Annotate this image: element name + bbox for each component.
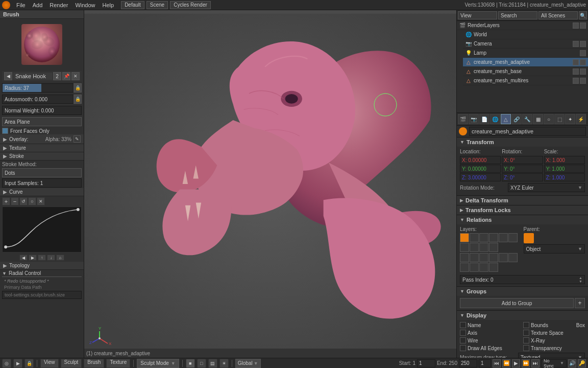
bb-view-menu[interactable]: View bbox=[40, 359, 59, 368]
props-tab-texture[interactable]: ⬚ bbox=[554, 114, 565, 124]
display-axis-check[interactable] bbox=[460, 330, 466, 336]
transform-locks-header[interactable]: ▶ Transform Locks bbox=[457, 205, 588, 215]
groups-header[interactable]: ▼ Groups bbox=[457, 287, 588, 296]
outliner-item-renderlayers[interactable]: 🎬 RenderLayers bbox=[457, 21, 588, 30]
props-tab-world[interactable]: 🌐 bbox=[490, 114, 500, 124]
layer-20[interactable] bbox=[489, 263, 498, 272]
layer-19[interactable] bbox=[479, 263, 488, 272]
jump-end-btn[interactable]: ⏭ bbox=[531, 359, 540, 367]
layer-7[interactable] bbox=[460, 243, 469, 252]
layer-6[interactable] bbox=[508, 233, 518, 242]
sync-select[interactable]: No Sync ▼ bbox=[541, 359, 567, 367]
renderlayers-lock[interactable] bbox=[580, 22, 586, 29]
view-btn[interactable]: View bbox=[458, 11, 497, 19]
scroll-left-btn[interactable]: ◀ bbox=[19, 255, 28, 261]
loc-x-field[interactable]: X: 0.00000 bbox=[460, 156, 501, 164]
prev-frame-btn[interactable]: ⏪ bbox=[502, 359, 510, 367]
mesh-adaptive-eye[interactable] bbox=[573, 59, 579, 65]
props-tab-physics[interactable]: ⚡ bbox=[576, 114, 586, 124]
brush-close-btn[interactable]: ✕ bbox=[71, 72, 80, 80]
display-header[interactable]: ▼ Display bbox=[457, 311, 588, 320]
lamp-eye[interactable] bbox=[580, 50, 586, 56]
layer-2[interactable] bbox=[470, 233, 479, 242]
display-xray-check[interactable] bbox=[523, 337, 529, 343]
all-scenes-btn[interactable]: All Scenes bbox=[538, 11, 578, 19]
texture-shading-btn[interactable]: ▤ bbox=[208, 359, 217, 368]
global-select[interactable]: Global ▼ bbox=[235, 359, 261, 368]
rendered-shading-btn[interactable]: ☀ bbox=[219, 359, 229, 368]
props-tab-constraints[interactable]: 🔗 bbox=[511, 114, 522, 124]
search-btn[interactable]: Search bbox=[498, 11, 537, 19]
mesh-base-settings[interactable] bbox=[580, 68, 586, 75]
curve-close-btn[interactable]: ✕ bbox=[37, 197, 45, 205]
layer-3[interactable] bbox=[479, 233, 488, 242]
layer-17[interactable] bbox=[460, 263, 469, 272]
curve-section-title[interactable]: ▶ Curve bbox=[0, 188, 84, 196]
camera-eye[interactable] bbox=[573, 41, 579, 47]
props-tab-data[interactable]: ▦ bbox=[533, 114, 543, 124]
autosmooth-lock-btn[interactable]: 🔒 bbox=[74, 95, 82, 104]
rotation-mode-select[interactable]: XYZ Euler ▼ bbox=[508, 183, 585, 192]
scale-x-field[interactable]: X: 1.000 bbox=[544, 156, 585, 164]
solid-shading-btn[interactable]: ■ bbox=[186, 359, 195, 368]
bb-icon-3[interactable]: 🔒 bbox=[24, 359, 34, 368]
layer-15[interactable] bbox=[499, 253, 508, 262]
object-name-field[interactable]: creature_mesh_adaptive bbox=[469, 127, 586, 136]
loc-y-field[interactable]: Y: 0.00000 bbox=[460, 165, 501, 173]
texture-section-title[interactable]: ▶ Texture bbox=[0, 144, 84, 152]
layer-16[interactable] bbox=[508, 253, 518, 262]
bb-sculpt-menu[interactable]: Sculpt bbox=[61, 359, 82, 368]
scroll-up-btn[interactable]: ↑ bbox=[38, 255, 46, 261]
scale-y-field[interactable]: Y: 1.000 bbox=[544, 165, 585, 173]
play-btn[interactable]: ▶ bbox=[512, 359, 520, 367]
display-texspace-check[interactable] bbox=[523, 330, 529, 336]
layer-9[interactable] bbox=[479, 243, 488, 252]
delta-transform-header[interactable]: ▶ Delta Transform bbox=[457, 196, 588, 205]
menu-window[interactable]: Window bbox=[72, 2, 98, 9]
scroll-right-btn[interactable]: ▶ bbox=[29, 255, 37, 261]
renderlayers-eye[interactable] bbox=[573, 22, 579, 29]
layer-1[interactable] bbox=[460, 233, 469, 242]
menu-add[interactable]: Add bbox=[30, 2, 46, 9]
layer-18[interactable] bbox=[470, 263, 479, 272]
brush-prev-btn[interactable]: ◀ bbox=[4, 72, 12, 80]
display-transparency-check[interactable] bbox=[523, 345, 529, 351]
rot-z-field[interactable]: Z: 0° bbox=[502, 173, 543, 181]
autosmooth-slider[interactable]: Autosmooth: 0.000 bbox=[2, 95, 74, 104]
curve-remove-btn[interactable]: − bbox=[11, 197, 19, 205]
props-tab-object[interactable]: △ bbox=[501, 114, 511, 124]
outliner-item-mesh-base[interactable]: △ creature_mesh_base bbox=[463, 67, 588, 76]
layer-8[interactable] bbox=[470, 243, 479, 252]
stroke-section-title[interactable]: ▶ Stroke bbox=[0, 152, 84, 160]
layout-selector[interactable]: Default bbox=[121, 1, 144, 9]
area-plane-select[interactable]: Area Plane bbox=[2, 117, 82, 126]
brush-pin-btn[interactable]: 📌 bbox=[62, 72, 70, 80]
curve-circle-btn[interactable]: ○ bbox=[28, 197, 36, 205]
outliner-filter-btn[interactable]: 🔍 bbox=[579, 11, 587, 19]
display-drawedges-check[interactable] bbox=[460, 345, 466, 351]
menu-file[interactable]: File bbox=[13, 2, 29, 9]
layer-11[interactable] bbox=[460, 253, 469, 262]
rot-x-field[interactable]: X: 0° bbox=[502, 156, 543, 164]
menu-render[interactable]: Render bbox=[46, 2, 71, 9]
frame-end-input[interactable]: 250 bbox=[459, 359, 477, 367]
props-tab-material[interactable]: ○ bbox=[544, 114, 554, 124]
add-group-plus-btn[interactable]: + bbox=[575, 298, 585, 308]
relations-header[interactable]: ▼ Relations bbox=[457, 215, 588, 224]
mesh-multires-eye[interactable] bbox=[573, 78, 579, 84]
outliner-item-mesh-multires[interactable]: △ creature_mesh_multires bbox=[463, 76, 588, 85]
mesh-base-eye[interactable] bbox=[573, 68, 579, 75]
topology-section-title[interactable]: ▶ Topology bbox=[0, 262, 84, 269]
normal-weight-slider[interactable]: Normal Weight: 0.000 bbox=[2, 106, 82, 115]
display-wire-check[interactable] bbox=[460, 337, 466, 343]
loc-z-field[interactable]: Z: 3.00000 bbox=[460, 173, 501, 181]
pass-index-field[interactable]: Pass Index: 0 ▲ ▼ bbox=[460, 275, 585, 284]
scroll-home-btn[interactable]: ⌂ bbox=[56, 255, 64, 261]
wire-shading-btn[interactable]: □ bbox=[197, 359, 206, 368]
next-frame-btn[interactable]: ⏩ bbox=[522, 359, 530, 367]
radius-slider[interactable]: Radius: 37 bbox=[2, 83, 74, 93]
props-tab-scene[interactable]: 🎬 bbox=[458, 114, 468, 124]
outliner-item-lamp[interactable]: 💡 Lamp bbox=[463, 49, 588, 58]
camera-settings[interactable] bbox=[580, 41, 586, 47]
parent-object-select[interactable]: Object ▼ bbox=[524, 244, 585, 254]
